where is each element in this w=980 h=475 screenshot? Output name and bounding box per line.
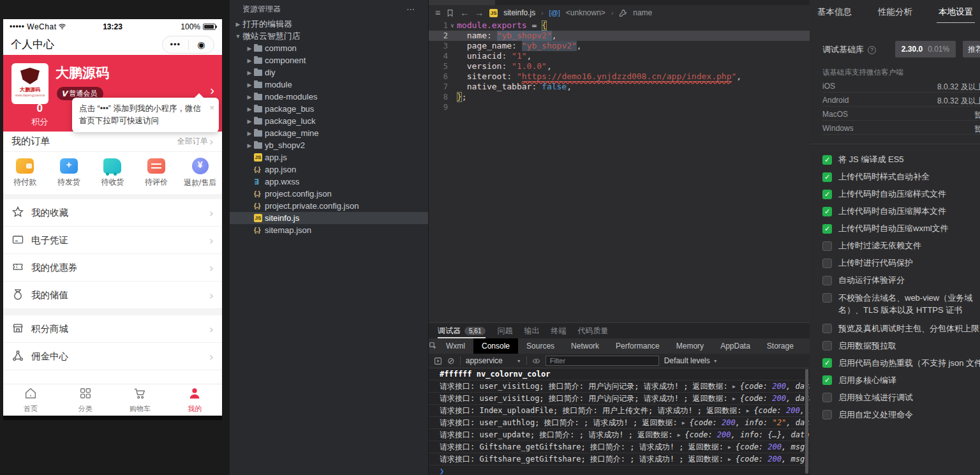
- more-actions-icon[interactable]: ⋯: [406, 4, 415, 14]
- order-item[interactable]: 待发货: [47, 152, 91, 194]
- library-version-select[interactable]: 2.30.0 0.01%: [895, 41, 956, 57]
- debugger-tab-代码质量[interactable]: 代码质量: [577, 323, 608, 338]
- orders-header[interactable]: 我的订单 全部订单 ›: [3, 132, 222, 152]
- back-icon[interactable]: ←: [460, 8, 469, 18]
- devtools-tab-console[interactable]: Console: [473, 338, 518, 354]
- devtools-tab-sources[interactable]: Sources: [518, 338, 563, 354]
- console-log-row[interactable]: 请求接口: user_update; 接口简介: ; 请求成功! ; 返回数据:…: [429, 429, 810, 441]
- console-output[interactable]: #ffffff nv_colornv_color请求接口: user_visit…: [429, 368, 810, 475]
- chevron-right-icon[interactable]: ›: [210, 83, 214, 98]
- console-log-row[interactable]: 请求接口: user_visitLog; 接口简介: 用户访问记录; 请求成功!…: [429, 381, 810, 393]
- list-item[interactable]: 我的收藏›: [3, 199, 222, 227]
- close-target-icon[interactable]: ◉: [189, 40, 214, 50]
- devtools-tab-memory[interactable]: Memory: [668, 338, 712, 354]
- tree-item[interactable]: ▶打开的编辑器: [230, 18, 428, 30]
- order-item[interactable]: 待收货: [91, 152, 135, 194]
- setting-option[interactable]: ✓上传代码时自动压缩样式文件: [822, 189, 980, 199]
- devtools-tab-appdata[interactable]: AppData: [712, 338, 759, 354]
- checkbox-checked-icon[interactable]: ✓: [822, 375, 832, 385]
- setting-option[interactable]: ✓启用多核心编译: [822, 375, 980, 386]
- list-item[interactable]: 积分商城›: [3, 315, 222, 343]
- list-item[interactable]: 佣金中心›: [3, 343, 222, 370]
- list-item[interactable]: 电子凭证›: [3, 227, 222, 254]
- setting-option[interactable]: 启用数据预拉取: [822, 341, 980, 351]
- devtools-tab-security[interactable]: Security: [802, 338, 810, 354]
- checkbox-unchecked-icon[interactable]: [822, 241, 832, 251]
- code-link[interactable]: https://demo16.ynjdzzd008.cn/app/index.p…: [522, 72, 732, 82]
- tabbar-item-我的[interactable]: 我的: [167, 384, 222, 416]
- checkbox-unchecked-icon[interactable]: [822, 324, 832, 333]
- tabbar-item-分类[interactable]: 分类: [58, 384, 113, 416]
- inspect-element-icon[interactable]: [429, 342, 438, 351]
- stat-item[interactable]: 0积分: [3, 102, 76, 128]
- tree-item[interactable]: ▶package_bus: [230, 103, 428, 115]
- list-item[interactable]: 我的储值›: [3, 282, 222, 309]
- tree-item[interactable]: {..}project.private.config.json: [230, 200, 428, 212]
- setting-option[interactable]: ✓启用代码自动热重载（不支持 json 文件): [822, 358, 980, 368]
- console-log-row[interactable]: #ffffff nv_colornv_color: [429, 368, 810, 381]
- tree-item[interactable]: ▶package_luck: [230, 115, 428, 127]
- checkbox-checked-icon[interactable]: ✓: [822, 358, 832, 368]
- setting-option[interactable]: ✓上传代码时自动压缩脚本文件: [822, 206, 980, 216]
- tree-item[interactable]: ▶module: [230, 79, 428, 91]
- list-item[interactable]: 我的优惠券›: [3, 254, 222, 282]
- forward-icon[interactable]: →: [475, 8, 484, 18]
- tree-item[interactable]: {..}app.json: [230, 163, 428, 176]
- code-line[interactable]: 8};: [429, 92, 810, 102]
- outline-icon[interactable]: ≡: [435, 8, 440, 18]
- tree-item[interactable]: JSapp.js: [230, 151, 428, 163]
- console-scrollbar[interactable]: [805, 369, 808, 474]
- eye-icon[interactable]: [532, 357, 540, 365]
- code-line[interactable]: 7 native_tabbar: false,: [429, 82, 810, 92]
- code-area[interactable]: 1∨module.exports = {2 name: "yb_shopv2",…: [429, 20, 810, 112]
- clear-console-icon[interactable]: ⊘: [447, 356, 455, 366]
- tabbar-item-购物车[interactable]: 购物车: [113, 384, 168, 416]
- devtools-tab-performance[interactable]: Performance: [607, 338, 668, 354]
- checkbox-checked-icon[interactable]: ✓: [822, 172, 832, 182]
- debugger-tab-终端[interactable]: 终端: [551, 323, 566, 338]
- setting-option[interactable]: 启用独立域进行调试: [822, 393, 980, 403]
- debugger-tab-问题[interactable]: 问题: [497, 323, 512, 338]
- checkbox-unchecked-icon[interactable]: [822, 393, 832, 402]
- code-line[interactable]: 5 version: "1.0.0",: [429, 61, 810, 72]
- checkbox-unchecked-icon[interactable]: [822, 410, 832, 419]
- settings-tab-基本信息[interactable]: 基本信息: [817, 6, 852, 23]
- debugger-tab-调试器[interactable]: 调试器5,61: [438, 323, 486, 338]
- tree-item[interactable]: ▶node-modules: [230, 91, 428, 103]
- tree-item[interactable]: {..}project.config.json: [230, 188, 428, 200]
- filter-input[interactable]: Filter: [546, 356, 659, 366]
- checkbox-checked-icon[interactable]: ✓: [822, 224, 832, 234]
- checkbox-checked-icon[interactable]: ✓: [822, 207, 832, 216]
- console-log-row[interactable]: 请求接口: Giftshare_getGiftshare; 接口简介: ; 请求…: [429, 453, 810, 465]
- console-log-row[interactable]: 请求接口: user_visitLog; 接口简介: 用户访问记录; 请求成功!…: [429, 393, 810, 405]
- tree-item[interactable]: ▶diy: [230, 66, 428, 79]
- tree-item[interactable]: ▶component: [230, 54, 428, 66]
- settings-tab-性能分析[interactable]: 性能分析: [878, 6, 912, 23]
- bookmark-icon[interactable]: [446, 9, 454, 17]
- console-log-row[interactable]: 请求接口: Index_uploadFile; 接口简介: 用户上传文件; 请求…: [429, 405, 810, 417]
- tree-item[interactable]: JSsiteinfo.js: [230, 212, 428, 224]
- order-item[interactable]: 退款/售后: [178, 152, 222, 194]
- tree-item[interactable]: ∃app.wxss: [230, 176, 428, 188]
- checkbox-unchecked-icon[interactable]: [822, 276, 832, 285]
- console-prompt[interactable]: ❯: [429, 465, 810, 475]
- code-line[interactable]: 9: [429, 102, 810, 112]
- all-orders-link[interactable]: 全部订单 ›: [177, 135, 214, 148]
- tabbar-item-首页[interactable]: 首页: [3, 384, 58, 416]
- setting-option[interactable]: 不校验合法域名、web-view（业务域名）、TLS 版本以及 HTTPS 证书: [822, 292, 980, 317]
- checkbox-unchecked-icon[interactable]: [822, 341, 832, 351]
- order-item[interactable]: 待付款: [3, 152, 47, 194]
- breadcrumb-symbol[interactable]: <unknown>: [566, 8, 605, 17]
- console-log-row[interactable]: 请求接口: Giftshare_getGiftshare; 接口简介: ; 请求…: [429, 441, 810, 453]
- log-levels-selector[interactable]: Default levels ▼: [664, 356, 718, 365]
- member-card[interactable]: 大鹏源码 www.dapengyuanma 大鹏源码 Ⅴ 普通会员 › 0积分0…: [3, 55, 222, 132]
- setting-option[interactable]: 自动运行体验评分: [822, 275, 980, 285]
- tree-item[interactable]: ▶common: [230, 42, 428, 54]
- more-icon[interactable]: •••: [163, 40, 188, 49]
- checkbox-unchecked-icon[interactable]: [822, 259, 832, 268]
- setting-option[interactable]: ✓将 JS 编译成 ES5: [822, 155, 980, 165]
- setting-option[interactable]: 启用自定义处理命令: [822, 410, 980, 420]
- tree-item[interactable]: ▶package_mine: [230, 127, 428, 139]
- tree-item[interactable]: ▶yb_shopv2: [230, 139, 428, 151]
- editor-tab-strip[interactable]: [429, 0, 810, 5]
